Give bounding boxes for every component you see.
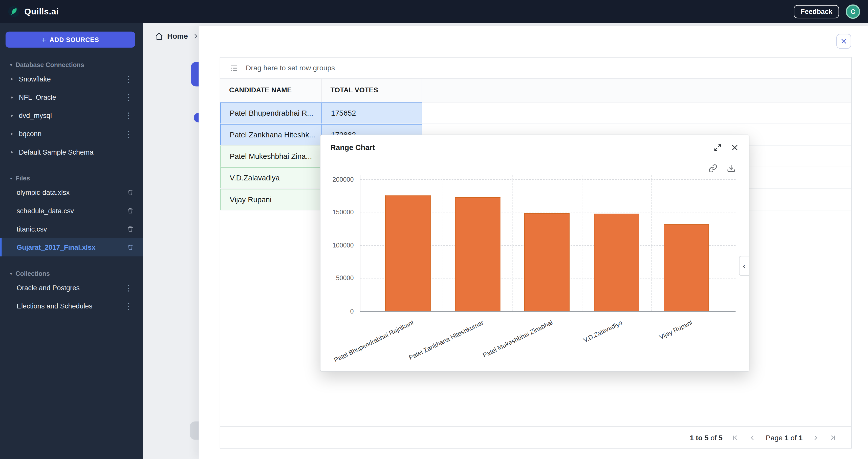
- kebab-menu-icon[interactable]: ⋮: [122, 129, 135, 138]
- pagination-summary: 1 to 5 of 5: [690, 433, 722, 442]
- cell-total-votes[interactable]: 175652: [322, 102, 422, 123]
- chart-link-icon[interactable]: [708, 164, 717, 173]
- sidebar-item-dvd-mysql[interactable]: ▸ dvd_mysql ⋮: [0, 106, 143, 124]
- kebab-menu-icon[interactable]: ⋮: [122, 284, 135, 292]
- sidebar-item-default-sample-schema[interactable]: ▸ Default Sample Schema: [0, 143, 143, 161]
- y-tick-label: 50000: [320, 274, 353, 282]
- sidebar-item-gujarat-2017-final[interactable]: Gujarat_2017_Final.xlsx: [0, 238, 143, 256]
- dialog-title: Range Chart: [331, 143, 375, 152]
- sidebar: + ADD SOURCES ▾ Database Connections ▸ S…: [0, 23, 143, 459]
- range-chart-dialog: Range Chart: [320, 134, 749, 372]
- expand-dialog-icon[interactable]: [713, 143, 722, 152]
- close-dialog-icon[interactable]: [731, 143, 739, 152]
- column-header-empty: [422, 79, 851, 102]
- sidebar-item-titanic[interactable]: titanic.csv: [0, 220, 143, 238]
- feedback-button[interactable]: Feedback: [794, 5, 839, 19]
- chevron-right-icon: ▸: [11, 150, 18, 155]
- chart-tool-panel-toggle[interactable]: ‹: [739, 256, 749, 276]
- sidebar-item-olympic-data[interactable]: olympic-data.xlsx: [0, 183, 143, 202]
- y-tick-label: 100000: [320, 241, 353, 250]
- section-database-connections[interactable]: ▾ Database Connections: [0, 60, 143, 69]
- sidebar-item-schedule-data[interactable]: schedule_data.csv: [0, 202, 143, 220]
- chevron-right-icon: ▸: [11, 113, 18, 118]
- x-tick-label: Patel Zankhana Hiteshkumar: [408, 319, 485, 362]
- add-sources-button[interactable]: + ADD SOURCES: [6, 32, 135, 48]
- gridline: [652, 175, 652, 311]
- chevron-right-icon: ▸: [11, 131, 18, 136]
- trash-icon[interactable]: [126, 189, 135, 196]
- dialog-titlebar[interactable]: Range Chart: [320, 135, 749, 159]
- table-row[interactable]: Patel Bhupendrabhai R... 175652: [220, 102, 851, 124]
- sidebar-item-snowflake[interactable]: ▸ Snowflake ⋮: [0, 70, 143, 88]
- app-root: Quills.ai Feedback C + ADD SOURCES ▾ Dat…: [0, 0, 868, 459]
- last-page-button[interactable]: [829, 433, 837, 442]
- chevron-down-icon: ▾: [10, 62, 12, 67]
- previous-page-button[interactable]: [749, 433, 757, 442]
- next-page-button[interactable]: [811, 433, 820, 442]
- quills-logo-icon: [8, 6, 20, 18]
- chart-body: 200000 150000 100000 50000 0: [320, 159, 749, 372]
- cell-candidate-name[interactable]: V.D.Zalavadiya: [220, 167, 321, 188]
- x-tick-label: Vijay Rupani: [658, 319, 693, 341]
- plus-icon: +: [41, 35, 46, 44]
- chevron-right-icon: [192, 33, 199, 40]
- sidebar-item-oracle-and-postgres[interactable]: Oracle and Postgres ⋮: [0, 279, 143, 297]
- user-avatar[interactable]: C: [846, 5, 860, 19]
- chevron-right-icon: ▸: [11, 95, 18, 100]
- home-icon[interactable]: [155, 32, 163, 40]
- chart-bar: [524, 213, 569, 311]
- row-groups-icon: [230, 63, 239, 72]
- cell-candidate-name[interactable]: Patel Zankhana Hiteshk...: [220, 124, 321, 145]
- section-files[interactable]: ▾ Files: [0, 173, 143, 183]
- row-groups-dropzone[interactable]: Drag here to set row groups: [220, 58, 851, 79]
- chart-bar: [455, 197, 500, 311]
- brand: Quills.ai: [8, 6, 59, 18]
- close-panel-button[interactable]: [836, 34, 851, 49]
- results-panel: Drag here to set row groups CANDIDATE NA…: [199, 26, 868, 459]
- x-tick-label: Patel Bhupendrabhai Rajnikant: [333, 319, 415, 364]
- cell-candidate-name[interactable]: Vijay Rupani: [220, 189, 321, 210]
- trash-icon[interactable]: [126, 244, 135, 251]
- cell-candidate-name[interactable]: Patel Mukeshbhai Zina...: [220, 146, 321, 167]
- main-area: Home Drag here to set row groups CANDID: [143, 23, 868, 459]
- breadcrumb: Home: [155, 32, 199, 40]
- brand-name: Quills.ai: [24, 7, 59, 17]
- chevron-down-icon: ▾: [10, 176, 12, 181]
- breadcrumb-home-label[interactable]: Home: [167, 32, 188, 40]
- kebab-menu-icon[interactable]: ⋮: [122, 111, 135, 120]
- row-groups-hint: Drag here to set row groups: [246, 64, 335, 72]
- chart-plot-area: [360, 175, 736, 312]
- sidebar-item-nfl-oracle[interactable]: ▸ NFL_Oracle ⋮: [0, 88, 143, 106]
- first-page-button[interactable]: [732, 433, 740, 442]
- chart-bar: [385, 195, 430, 311]
- sidebar-item-elections-and-schedules[interactable]: Elections and Schedules ⋮: [0, 297, 143, 315]
- x-tick-label: Patel Mukeshbhai Zinabhai: [482, 319, 554, 359]
- chart-bar: [664, 224, 709, 311]
- x-tick-label: V.D.Zalavadiya: [582, 319, 624, 344]
- sidebar-item-bqconn[interactable]: ▸ bqconn ⋮: [0, 124, 143, 143]
- column-header-candidate-name[interactable]: CANDIDATE NAME: [220, 79, 321, 102]
- gridline: [513, 175, 513, 311]
- trash-icon[interactable]: [126, 207, 135, 214]
- y-tick-label: 150000: [320, 208, 353, 217]
- y-tick-label: 0: [320, 307, 353, 315]
- chart-download-icon[interactable]: [727, 164, 736, 173]
- y-tick-label: 200000: [320, 175, 353, 184]
- cell-candidate-name[interactable]: Patel Bhupendrabhai R...: [220, 102, 321, 123]
- chevron-right-icon: ▸: [11, 76, 18, 82]
- kebab-menu-icon[interactable]: ⋮: [122, 302, 135, 310]
- chart-bar: [594, 214, 639, 311]
- pagination-bar: 1 to 5 of 5 Page 1 of 1: [220, 426, 851, 448]
- column-header-total-votes[interactable]: TOTAL VOTES: [322, 79, 422, 102]
- gridline: [582, 175, 582, 311]
- section-collections[interactable]: ▾ Collections: [0, 269, 143, 278]
- kebab-menu-icon[interactable]: ⋮: [122, 93, 135, 101]
- trash-icon[interactable]: [126, 225, 135, 233]
- pagination-page-indicator: Page 1 of 1: [766, 433, 803, 442]
- chevron-down-icon: ▾: [10, 271, 12, 276]
- topbar: Quills.ai Feedback C: [0, 0, 868, 23]
- kebab-menu-icon[interactable]: ⋮: [122, 74, 135, 83]
- gridline: [443, 175, 443, 311]
- gridline: [361, 179, 736, 180]
- add-sources-label: ADD SOURCES: [50, 36, 99, 43]
